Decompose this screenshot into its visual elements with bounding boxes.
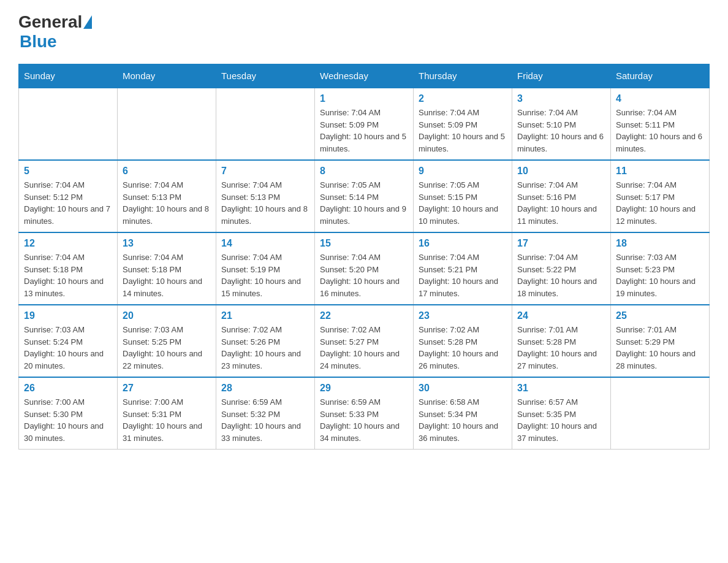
calendar-table: SundayMondayTuesdayWednesdayThursdayFrid…: [18, 64, 710, 450]
day-info-text: Sunrise: 7:01 AM: [517, 324, 605, 336]
day-info-text: Sunset: 5:11 PM: [616, 119, 704, 131]
day-number: 5: [24, 166, 112, 177]
day-info-text: Daylight: 10 hours and 27 minutes.: [517, 348, 605, 372]
day-info-text: Sunset: 5:29 PM: [616, 336, 704, 348]
day-info-text: Sunset: 5:19 PM: [221, 264, 309, 276]
day-header-friday: Friday: [512, 64, 611, 88]
calendar-cell: [611, 377, 710, 450]
day-header-wednesday: Wednesday: [315, 64, 414, 88]
calendar-cell: 8Sunrise: 7:05 AMSunset: 5:14 PMDaylight…: [315, 160, 414, 232]
calendar-cell: 10Sunrise: 7:04 AMSunset: 5:16 PMDayligh…: [512, 160, 611, 232]
day-info-text: Sunrise: 7:04 AM: [24, 251, 112, 264]
day-info-text: Sunrise: 7:04 AM: [616, 179, 704, 191]
day-number: 18: [616, 238, 704, 249]
day-info-text: Daylight: 10 hours and 24 minutes.: [320, 348, 408, 372]
day-info-text: Daylight: 10 hours and 34 minutes.: [320, 420, 408, 444]
day-info-text: Sunrise: 7:04 AM: [221, 251, 309, 264]
calendar-cell: 16Sunrise: 7:04 AMSunset: 5:21 PMDayligh…: [414, 232, 512, 305]
day-info-text: Daylight: 10 hours and 18 minutes.: [517, 275, 605, 299]
day-info-text: Daylight: 10 hours and 13 minutes.: [24, 275, 112, 299]
day-info-text: Daylight: 10 hours and 12 minutes.: [616, 203, 704, 227]
day-number: 12: [24, 238, 112, 249]
day-number: 9: [419, 166, 507, 177]
calendar-cell: [216, 88, 315, 160]
day-info-text: Daylight: 10 hours and 6 minutes.: [616, 131, 704, 155]
day-info-text: Sunrise: 7:02 AM: [419, 324, 507, 336]
calendar-cell: 9Sunrise: 7:05 AMSunset: 5:15 PMDaylight…: [414, 160, 512, 232]
day-info-text: Sunset: 5:15 PM: [419, 191, 507, 204]
day-info-text: Daylight: 10 hours and 22 minutes.: [123, 348, 211, 372]
calendar-cell: 14Sunrise: 7:04 AMSunset: 5:19 PMDayligh…: [216, 232, 315, 305]
day-info-text: Sunset: 5:25 PM: [123, 336, 211, 348]
day-number: 6: [123, 166, 211, 177]
calendar-cell: 18Sunrise: 7:03 AMSunset: 5:23 PMDayligh…: [611, 232, 710, 305]
day-info-text: Sunset: 5:30 PM: [24, 408, 112, 421]
day-info-text: Sunrise: 7:03 AM: [24, 324, 112, 336]
calendar-cell: 21Sunrise: 7:02 AMSunset: 5:26 PMDayligh…: [216, 305, 315, 377]
day-header-sunday: Sunday: [19, 64, 118, 88]
day-info-text: Sunrise: 7:04 AM: [123, 251, 211, 264]
calendar-cell: 3Sunrise: 7:04 AMSunset: 5:10 PMDaylight…: [512, 88, 611, 160]
day-info-text: Sunrise: 7:02 AM: [221, 324, 309, 336]
day-info-text: Sunset: 5:28 PM: [517, 336, 605, 348]
day-info-text: Sunset: 5:12 PM: [24, 191, 112, 204]
day-info-text: Daylight: 10 hours and 8 minutes.: [221, 203, 309, 227]
day-info-text: Daylight: 10 hours and 6 minutes.: [517, 131, 605, 155]
day-info-text: Sunset: 5:16 PM: [517, 191, 605, 204]
calendar-cell: 19Sunrise: 7:03 AMSunset: 5:24 PMDayligh…: [19, 305, 118, 377]
day-info-text: Sunrise: 7:04 AM: [123, 179, 211, 191]
day-info-text: Sunrise: 7:00 AM: [123, 396, 211, 408]
day-info-text: Sunset: 5:18 PM: [123, 264, 211, 276]
day-number: 16: [419, 238, 507, 249]
day-number: 3: [517, 93, 605, 104]
day-info-text: Daylight: 10 hours and 31 minutes.: [123, 420, 211, 444]
week-row-4: 19Sunrise: 7:03 AMSunset: 5:24 PMDayligh…: [19, 305, 710, 377]
day-number: 27: [123, 383, 211, 394]
day-number: 1: [320, 93, 408, 104]
day-number: 20: [123, 310, 211, 321]
calendar-cell: 23Sunrise: 7:02 AMSunset: 5:28 PMDayligh…: [414, 305, 512, 377]
day-number: 30: [419, 383, 507, 394]
day-info-text: Sunset: 5:24 PM: [24, 336, 112, 348]
calendar-cell: 6Sunrise: 7:04 AMSunset: 5:13 PMDaylight…: [118, 160, 216, 232]
day-info-text: Daylight: 10 hours and 19 minutes.: [616, 275, 704, 299]
day-info-text: Sunrise: 6:58 AM: [419, 396, 507, 408]
day-info-text: Sunset: 5:21 PM: [419, 264, 507, 276]
day-info-text: Sunrise: 6:59 AM: [221, 396, 309, 408]
day-info-text: Sunset: 5:13 PM: [221, 191, 309, 204]
day-info-text: Daylight: 10 hours and 33 minutes.: [221, 420, 309, 444]
day-number: 28: [221, 383, 309, 394]
week-row-3: 12Sunrise: 7:04 AMSunset: 5:18 PMDayligh…: [19, 232, 710, 305]
day-number: 10: [517, 166, 605, 177]
day-info-text: Sunset: 5:22 PM: [517, 264, 605, 276]
week-row-2: 5Sunrise: 7:04 AMSunset: 5:12 PMDaylight…: [19, 160, 710, 232]
day-info-text: Daylight: 10 hours and 23 minutes.: [221, 348, 309, 372]
day-info-text: Sunset: 5:28 PM: [419, 336, 507, 348]
day-info-text: Daylight: 10 hours and 10 minutes.: [419, 203, 507, 227]
calendar-cell: 22Sunrise: 7:02 AMSunset: 5:27 PMDayligh…: [315, 305, 414, 377]
day-info-text: Sunset: 5:26 PM: [221, 336, 309, 348]
day-info-text: Sunrise: 7:03 AM: [616, 251, 704, 264]
logo-triangle-icon: [83, 15, 92, 29]
logo-blue-text: Blue: [20, 32, 57, 51]
calendar-cell: 26Sunrise: 7:00 AMSunset: 5:30 PMDayligh…: [19, 377, 118, 450]
day-info-text: Sunrise: 7:01 AM: [616, 324, 704, 336]
day-info-text: Daylight: 10 hours and 37 minutes.: [517, 420, 605, 444]
day-number: 15: [320, 238, 408, 249]
logo-general-text: General: [18, 12, 82, 32]
day-info-text: Sunset: 5:32 PM: [221, 408, 309, 421]
day-info-text: Sunset: 5:09 PM: [320, 119, 408, 131]
day-info-text: Sunrise: 7:04 AM: [517, 107, 605, 119]
day-info-text: Sunset: 5:23 PM: [616, 264, 704, 276]
day-info-text: Sunset: 5:34 PM: [419, 408, 507, 421]
day-info-text: Sunset: 5:10 PM: [517, 119, 605, 131]
day-info-text: Sunset: 5:14 PM: [320, 191, 408, 204]
day-info-text: Daylight: 10 hours and 15 minutes.: [221, 275, 309, 299]
logo: General Blue: [18, 12, 93, 52]
day-info-text: Daylight: 10 hours and 9 minutes.: [320, 203, 408, 227]
day-info-text: Daylight: 10 hours and 28 minutes.: [616, 348, 704, 372]
calendar-cell: 2Sunrise: 7:04 AMSunset: 5:09 PMDaylight…: [414, 88, 512, 160]
day-info-text: Daylight: 10 hours and 8 minutes.: [123, 203, 211, 227]
day-info-text: Sunrise: 7:05 AM: [320, 179, 408, 191]
day-info-text: Daylight: 10 hours and 5 minutes.: [320, 131, 408, 155]
